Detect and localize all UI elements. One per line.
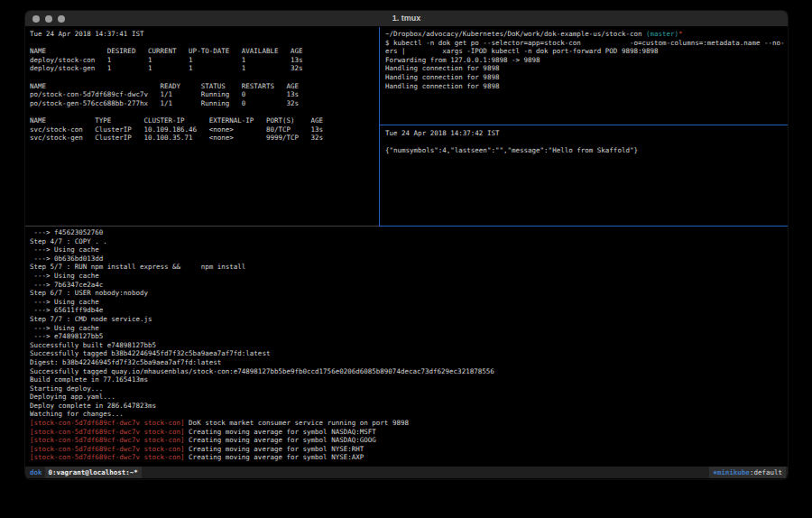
terminal-text-segment: [stock-con-5d7df689cf-dwc7v stock-con]: [30, 419, 185, 427]
terminal-line: ---> 65611ff9db4e: [30, 306, 783, 315]
pane-divider-main-left[interactable]: [25, 226, 379, 227]
tmux-terminal: Tue 24 Apr 2018 14:37:41 IST NAME DESIRE…: [25, 27, 788, 479]
terminal-line: [385, 138, 784, 147]
window-title: 1. tmux: [25, 14, 788, 23]
terminal-line: Handling connection for 9898: [385, 73, 784, 82]
terminal-line: ---> 0b636bd013dd: [30, 254, 783, 264]
terminal-text-segment: [stock-con-5d7df689cf-dwc7v stock-con]: [30, 445, 185, 453]
terminal-text-segment: DoK stock market consumer service runnin…: [185, 419, 409, 427]
pane-divider-vertical[interactable]: [379, 27, 380, 226]
terminal-line: ~/Dropbox/advocacy/Kubernetes/DoK/work/d…: [385, 30, 784, 39]
terminal-line: ---> Using cache: [30, 272, 783, 281]
terminal-line: ers | xargs -IPOD kubectl -n dok port-fo…: [385, 47, 784, 56]
terminal-line: Step 4/7 : COPY . .: [30, 237, 783, 246]
terminal-line: Tue 24 Apr 2018 14:37:42 IST: [385, 129, 784, 138]
terminal-line: Successfully tagged b38b42246945fd7f32c5…: [30, 349, 783, 358]
terminal-line: deploy/stock-gen 1 1 1 1 32s: [30, 64, 378, 73]
terminal-text-segment: ~/Dropbox/advocacy/Kubernetes/DoK/work/d…: [385, 30, 646, 38]
terminal-text-segment: [stock-con-5d7df689cf-dwc7v stock-con]: [30, 436, 185, 444]
terminal-line: Digest: b38b42246945fd7f32c5ba9aea7af7fd…: [30, 358, 783, 367]
terminal-text-segment: [stock-con-5d7df689cf-dwc7v stock-con]: [30, 428, 185, 436]
terminal-line: [30, 107, 378, 116]
terminal-line: Starting deploy...: [30, 384, 783, 393]
terminal-line: [stock-con-5d7df689cf-dwc7v stock-con] C…: [30, 453, 783, 462]
status-bar-right: ⎈minikube:default: [709, 467, 786, 478]
terminal-line: [stock-con-5d7df689cf-dwc7v stock-con] C…: [30, 436, 783, 445]
terminal-line: ---> Using cache: [30, 324, 783, 333]
terminal-line: NAME TYPE CLUSTER-IP EXTERNAL-IP PORT(S)…: [30, 116, 378, 125]
terminal-line: Tue 24 Apr 2018 14:37:41 IST: [30, 30, 378, 39]
terminal-line: Forwarding from 127.0.0.1:9898 -> 9898: [385, 56, 784, 65]
terminal-text-segment: *: [678, 30, 683, 38]
terminal-line: Step 7/7 : CMD node service.js: [30, 315, 783, 324]
terminal-window: 1. tmux Tue 24 Apr 2018 14:37:41 IST NAM…: [25, 11, 788, 479]
terminal-text-segment: Creating moving average for symbol NYSE:…: [185, 453, 364, 461]
session-name[interactable]: dok: [27, 467, 45, 478]
terminal-line: po/stock-con-5d7df689cf-dwc7v 1/1 Runnin…: [30, 90, 378, 99]
terminal-line: $ kubectl -n dok get po --selector=app=s…: [385, 39, 784, 48]
pane-port-forward[interactable]: ~/Dropbox/advocacy/Kubernetes/DoK/work/d…: [385, 30, 784, 124]
terminal-line: NAME READY STATUS RESTARTS AGE: [30, 82, 378, 91]
terminal-text-segment: Creating moving average for symbol NYSE:…: [185, 445, 364, 453]
window-titlebar[interactable]: 1. tmux: [25, 11, 788, 27]
terminal-line: [stock-con-5d7df689cf-dwc7v stock-con] D…: [30, 419, 783, 428]
terminal-line: ---> f45623052760: [30, 228, 783, 237]
pane-skaffold-log[interactable]: ---> f45623052760Step 4/7 : COPY . . ---…: [30, 228, 783, 466]
terminal-line: svc/stock-gen ClusterIP 10.100.35.71 <no…: [30, 134, 378, 143]
terminal-line: ---> 7b6347ce2a4c: [30, 281, 783, 290]
terminal-line: Handling connection for 9898: [385, 82, 784, 91]
terminal-line: [stock-con-5d7df689cf-dwc7v stock-con] C…: [30, 445, 783, 454]
terminal-text-segment: Creating moving average for symbol NASDA…: [185, 436, 376, 444]
terminal-line: po/stock-gen-576cc688bb-277hx 1/1 Runnin…: [30, 99, 378, 108]
tmux-status-bar: dok 0:vagrant@localhost:~* ⎈minikube:def…: [25, 467, 788, 478]
terminal-line: NAME DESIRED CURRENT UP-TO-DATE AVAILABL…: [30, 47, 378, 56]
terminal-line: Deploying app.yaml...: [30, 393, 783, 402]
current-window-label[interactable]: 0:vagrant@localhost:~*: [45, 467, 142, 478]
terminal-line: [stock-con-5d7df689cf-dwc7v stock-con] C…: [30, 428, 783, 437]
kube-namespace-label: :default: [750, 468, 782, 476]
pane-divider-main-right[interactable]: [379, 226, 788, 227]
terminal-line: Watching for changes...: [30, 410, 783, 419]
pane-service-response[interactable]: Tue 24 Apr 2018 14:37:42 IST {"numsymbol…: [385, 129, 784, 224]
terminal-line: ---> e74898127bb5: [30, 332, 783, 341]
terminal-line: Successfully tagged quay.io/mhausenblas/…: [30, 367, 783, 376]
terminal-line: deploy/stock-con 1 1 1 1 13s: [30, 56, 378, 65]
terminal-line: svc/stock-con ClusterIP 10.109.186.46 <n…: [30, 125, 378, 134]
terminal-line: Step 5/7 : RUN npm install express && np…: [30, 263, 783, 272]
desktop-background: 1. tmux Tue 24 Apr 2018 14:37:41 IST NAM…: [0, 0, 812, 518]
terminal-text-segment: (master): [646, 30, 678, 38]
pane-kubectl-watch[interactable]: Tue 24 Apr 2018 14:37:41 IST NAME DESIRE…: [30, 30, 378, 225]
terminal-line: ---> Using cache: [30, 298, 783, 307]
terminal-text-segment: [stock-con-5d7df689cf-dwc7v stock-con]: [30, 453, 185, 461]
terminal-text-segment: Creating moving average for symbol NASDA…: [185, 428, 376, 436]
terminal-line: Successfully built e74898127bb5: [30, 341, 783, 350]
terminal-line: Step 6/7 : USER nobody:nobody: [30, 289, 783, 298]
kube-context-label: minikube: [717, 468, 750, 476]
terminal-line: Deploy complete in 286.647823ms: [30, 402, 783, 411]
terminal-line: Handling connection for 9898: [385, 64, 784, 73]
terminal-line: [30, 73, 378, 82]
terminal-line: Build complete in 77.165413ms: [30, 375, 783, 384]
terminal-line: ---> Using cache: [30, 245, 783, 254]
terminal-line: {"numsymbols":4,"lastseen":"","message":…: [385, 146, 784, 155]
pane-divider-right-horizontal[interactable]: [380, 125, 788, 125]
terminal-line: [30, 39, 378, 48]
